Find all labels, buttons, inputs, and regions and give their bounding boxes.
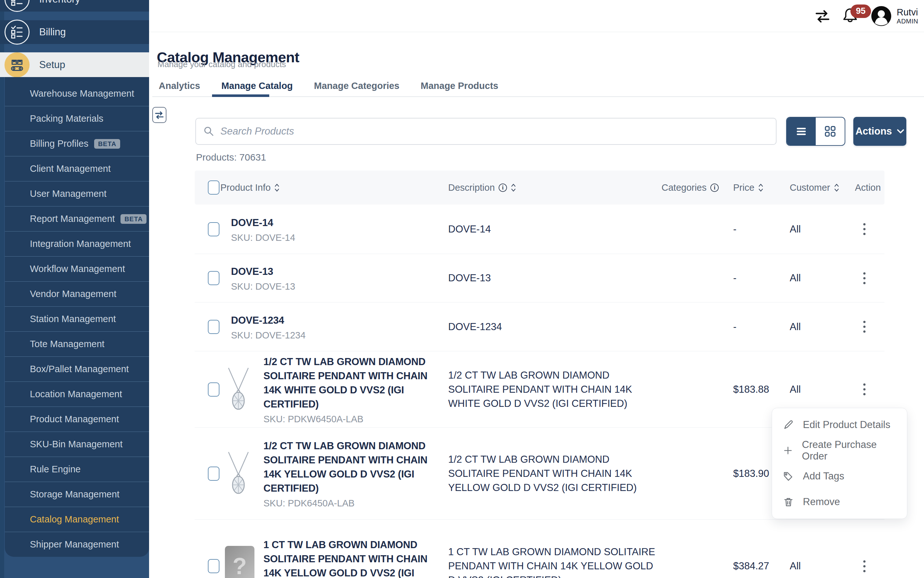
sidebar-item-label: Setup bbox=[39, 59, 65, 71]
search-bar bbox=[195, 118, 776, 145]
avatar bbox=[871, 6, 891, 26]
column-header-customer[interactable]: Customer bbox=[790, 182, 839, 193]
product-price: $384.27 bbox=[733, 560, 769, 572]
product-price: - bbox=[733, 321, 736, 333]
sidebar-item-packing-materials[interactable]: Packing Materials bbox=[5, 106, 149, 131]
table-header: Product Info Description i Categories i … bbox=[195, 170, 885, 205]
sort-icon bbox=[834, 183, 839, 192]
list-view-icon bbox=[796, 127, 807, 136]
product-name: 1/2 CT TW LAB GROWN DIAMOND SOLITAIRE PE… bbox=[264, 354, 443, 411]
chevron-down-icon bbox=[897, 129, 904, 133]
product-sku: SKU: PDK6450A-LAB bbox=[264, 498, 443, 508]
sidebar-scrollbar[interactable] bbox=[0, 0, 4, 578]
sidebar-item-storage-management[interactable]: Storage Management bbox=[5, 482, 149, 507]
tag-icon bbox=[783, 471, 794, 482]
sidebar-item-shipper-management[interactable]: Shipper Management bbox=[5, 532, 149, 557]
product-name: DOVE-1234 bbox=[231, 313, 411, 327]
row-checkbox[interactable] bbox=[208, 559, 220, 573]
page-subtitle: Manage your catalog and products bbox=[158, 59, 286, 69]
info-icon: i bbox=[710, 183, 719, 192]
menu-item-add-tags[interactable]: Add Tags bbox=[772, 463, 907, 489]
plus-icon bbox=[783, 445, 793, 456]
row-actions-button[interactable] bbox=[857, 317, 871, 336]
product-description: 1 CT TW LAB GROWN DIAMOND SOLITAIRE PEND… bbox=[448, 545, 657, 578]
sidebar-item-rule-engine[interactable]: Rule Engine bbox=[5, 456, 149, 482]
sidebar-item-station-management[interactable]: Station Management bbox=[5, 306, 149, 331]
column-header-description[interactable]: Description i bbox=[448, 182, 516, 193]
billing-icon bbox=[5, 19, 29, 45]
user-menu[interactable]: Rutvi ADMIN bbox=[871, 6, 918, 26]
row-checkbox[interactable] bbox=[208, 320, 220, 334]
product-customer: All bbox=[790, 321, 800, 333]
product-sku: SKU: DOVE-13 bbox=[231, 281, 411, 292]
catalog-management-app: Inventory Billing Setup bbox=[0, 0, 924, 578]
sidebar-item-label: Inventory bbox=[39, 0, 80, 5]
sidebar-item-billing[interactable]: Billing bbox=[0, 20, 149, 44]
sidebar-item-label: Billing bbox=[39, 26, 66, 38]
notifications-bell-icon[interactable]: 95 bbox=[842, 7, 859, 25]
list-view-button[interactable] bbox=[787, 117, 816, 145]
sidebar-item-client-management[interactable]: Client Management bbox=[5, 156, 149, 181]
grid-view-button[interactable] bbox=[816, 117, 845, 145]
product-name: 1 CT TW LAB GROWN DIAMOND SOLITAIRE PEND… bbox=[264, 538, 443, 578]
column-header-action: Action bbox=[855, 182, 881, 193]
row-checkbox[interactable] bbox=[208, 271, 220, 285]
row-context-menu: Edit Product Details Create Purchase Ord… bbox=[772, 408, 907, 519]
sidebar-collapse-button[interactable] bbox=[152, 107, 166, 123]
sidebar-item-tote-management[interactable]: Tote Management bbox=[5, 331, 149, 356]
tab-manage-categories[interactable]: Manage Categories bbox=[314, 81, 399, 91]
trash-icon bbox=[783, 497, 794, 507]
row-actions-button[interactable] bbox=[857, 268, 871, 288]
sidebar-item-product-management[interactable]: Product Management bbox=[5, 406, 149, 432]
product-image-placeholder: ? bbox=[225, 546, 254, 578]
tab-manage-products[interactable]: Manage Products bbox=[421, 81, 498, 91]
product-description: 1/2 CT TW LAB GROWN DIAMOND SOLITAIRE PE… bbox=[448, 368, 657, 411]
sidebar-item-warehouse-management[interactable]: Warehouse Management bbox=[5, 81, 149, 106]
product-image-pendant bbox=[225, 365, 252, 414]
sidebar-item-location-management[interactable]: Location Management bbox=[5, 382, 149, 406]
product-description: DOVE-1234 bbox=[448, 320, 657, 334]
row-actions-button[interactable] bbox=[857, 220, 871, 239]
sidebar-item-workflow-management[interactable]: Workflow Management bbox=[5, 256, 149, 281]
sidebar-item-box-pallet-management[interactable]: Box/Pallet Management bbox=[5, 356, 149, 382]
sidebar-item-sku-bin-management[interactable]: SKU-Bin Management bbox=[5, 432, 149, 456]
row-checkbox[interactable] bbox=[208, 467, 220, 481]
active-tab-indicator bbox=[212, 94, 269, 97]
sidebar-item-catalog-management[interactable]: Catalog Management bbox=[5, 507, 149, 532]
sidebar-item-user-management[interactable]: User Management bbox=[5, 181, 149, 206]
tab-analytics[interactable]: Analytics bbox=[159, 81, 200, 91]
row-checkbox[interactable] bbox=[208, 222, 220, 236]
sidebar-item-vendor-management[interactable]: Vendor Management bbox=[5, 281, 149, 306]
sidebar-item-setup[interactable]: Setup bbox=[0, 52, 149, 77]
product-price: - bbox=[733, 272, 736, 284]
menu-item-remove[interactable]: Remove bbox=[772, 489, 907, 515]
topbar: 95 Rutvi ADMIN bbox=[149, 0, 924, 32]
transfer-arrows-icon[interactable] bbox=[815, 10, 830, 23]
tab-strip: Analytics Manage Catalog Manage Categori… bbox=[159, 81, 498, 91]
row-actions-button[interactable] bbox=[857, 380, 871, 399]
product-price: $183.88 bbox=[733, 384, 769, 395]
table-row: DOVE-1234 SKU: DOVE-1234 DOVE-1234 - All bbox=[195, 302, 885, 351]
menu-item-create-purchase-order[interactable]: Create Purchase Order bbox=[772, 438, 907, 463]
pencil-icon bbox=[783, 419, 794, 430]
notification-count-badge: 95 bbox=[851, 5, 871, 18]
product-description: DOVE-13 bbox=[448, 271, 657, 285]
sidebar-item-inventory[interactable]: Inventory bbox=[0, 0, 149, 11]
row-checkbox[interactable] bbox=[208, 382, 220, 396]
table-row: DOVE-14 SKU: DOVE-14 DOVE-14 - All bbox=[195, 205, 885, 254]
row-actions-button[interactable] bbox=[857, 557, 871, 576]
select-all-checkbox[interactable] bbox=[208, 180, 220, 195]
tab-manage-catalog[interactable]: Manage Catalog bbox=[221, 81, 293, 91]
sidebar-item-report-management[interactable]: Report ManagementBETA bbox=[5, 206, 149, 231]
products-count: Products: 70631 bbox=[196, 152, 266, 163]
sidebar-item-billing-profiles[interactable]: Billing ProfilesBETA bbox=[5, 131, 149, 156]
sidebar-item-integration-management[interactable]: Integration Management bbox=[5, 231, 149, 256]
menu-item-edit-product-details[interactable]: Edit Product Details bbox=[772, 412, 907, 438]
table-row: DOVE-13 SKU: DOVE-13 DOVE-13 - All bbox=[195, 254, 885, 302]
actions-button[interactable]: Actions bbox=[853, 117, 906, 146]
column-header-price[interactable]: Price bbox=[733, 182, 763, 193]
column-header-product-info[interactable]: Product Info bbox=[220, 182, 280, 193]
search-input[interactable] bbox=[220, 125, 768, 138]
column-header-categories[interactable]: Categories i bbox=[662, 182, 719, 193]
sort-icon bbox=[758, 183, 763, 192]
